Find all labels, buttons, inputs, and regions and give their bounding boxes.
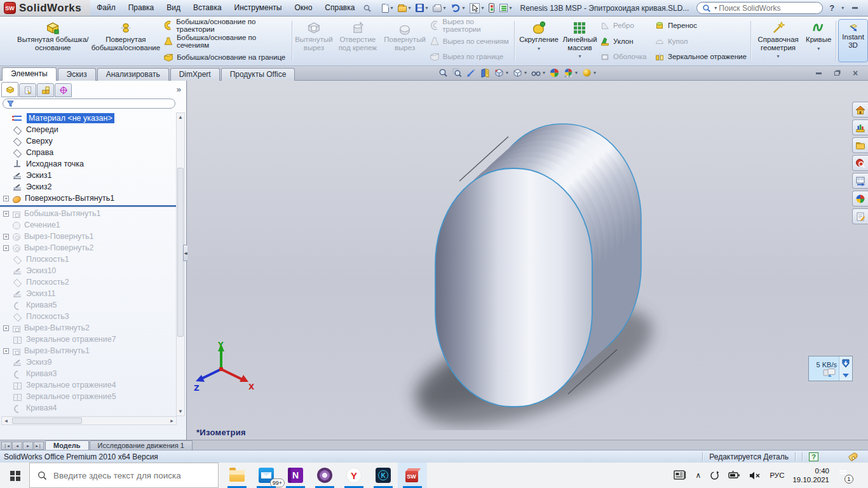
tree-vertical-scrollbar[interactable]: ▲ ▼: [176, 112, 185, 416]
tree-item-surface-extrude1[interactable]: +Поверхность-Вытянуть1: [0, 193, 177, 204]
draft-button[interactable]: Уклон: [599, 34, 653, 49]
doc-minimize-button[interactable]: [813, 68, 824, 78]
tree-item-sketch10[interactable]: Эскиз10: [0, 265, 177, 276]
taskbar-search[interactable]: [29, 463, 219, 488]
lofted-boss-button[interactable]: Бобышка/основание по сечениям: [162, 34, 290, 49]
tree-item-mirror4[interactable]: Зеркальное отражение4: [0, 379, 177, 391]
search-input[interactable]: [719, 4, 817, 13]
dropdown-icon[interactable]: ▾: [543, 70, 545, 76]
menu-help[interactable]: Справка: [318, 0, 361, 16]
tree-item-cut-extrude1[interactable]: +Вырез-Вытянуть1: [0, 345, 177, 356]
open-button[interactable]: ▾: [396, 2, 412, 15]
hole-wizard-button[interactable]: Отверстие под крепеж: [334, 18, 381, 64]
display-style-button[interactable]: ▾: [513, 68, 527, 78]
rebuild-button[interactable]: [487, 2, 496, 15]
panel-expand-icon[interactable]: »: [177, 85, 181, 94]
dropdown-icon[interactable]: ▾: [777, 53, 780, 61]
tab-sketch[interactable]: Эскиз: [58, 68, 96, 81]
file-explorer-app[interactable]: [222, 463, 252, 488]
instant3d-toggle[interactable]: Instant 3D: [838, 19, 868, 62]
file-explorer-tab[interactable]: [852, 137, 868, 153]
edit-appearance-button[interactable]: [550, 68, 559, 78]
tree-item-boss-extrude1[interactable]: +Бобышка-Вытянуть1: [0, 208, 177, 219]
tree-item-cut-revolve2[interactable]: +Вырез-Повернуть2: [0, 242, 177, 254]
tree-item-curve3[interactable]: Кривая3: [0, 368, 177, 379]
menu-tools[interactable]: Инструменты: [228, 0, 288, 16]
next-tab-button[interactable]: ▸: [23, 442, 33, 450]
zoom-to-fit-button[interactable]: [438, 68, 448, 78]
new-document-button[interactable]: ▾: [380, 2, 395, 15]
minimize-button[interactable]: [850, 3, 860, 13]
tree-item-front-plane[interactable]: Спереди: [0, 124, 177, 135]
tree-item-sketch2[interactable]: Эскиз2: [0, 181, 177, 193]
design-library-tab[interactable]: [852, 119, 868, 135]
dome-button[interactable]: Купол: [653, 34, 749, 49]
dropdown-icon[interactable]: ▾: [575, 70, 578, 76]
tab-features[interactable]: Элементы: [2, 67, 57, 81]
lofted-cut-button[interactable]: Вырез по сечениям: [428, 34, 512, 49]
options-button[interactable]: ▾: [498, 2, 513, 15]
mail-app[interactable]: 99+: [252, 463, 281, 488]
reference-geometry-button[interactable]: Справочная геометрия ▾: [753, 18, 803, 64]
scroll-right-icon[interactable]: ▸: [168, 417, 176, 424]
tree-item-sketch1[interactable]: Эскиз1: [0, 170, 177, 181]
help-button[interactable]: ?: [829, 3, 834, 13]
expand-icon[interactable]: +: [3, 234, 9, 240]
language-indicator[interactable]: РУС: [770, 471, 784, 479]
first-tab-button[interactable]: ❘◂: [1, 442, 11, 450]
boundary-boss-button[interactable]: Бобышка/основание на границе: [162, 50, 290, 64]
notification-center-button[interactable]: 1: [837, 468, 851, 482]
menu-file[interactable]: Файл: [90, 0, 122, 16]
apply-scene-button[interactable]: ▾: [564, 68, 578, 78]
menu-edit[interactable]: Правка: [122, 0, 161, 16]
undo-button[interactable]: ▾: [449, 2, 466, 15]
shell-button[interactable]: Оболочка: [599, 49, 653, 64]
tree-item-section1[interactable]: Сечение1: [0, 219, 177, 231]
section-view-button[interactable]: [480, 68, 490, 78]
restore-button[interactable]: [865, 3, 868, 13]
solidworks-app[interactable]: SW: [398, 463, 427, 488]
expand-icon[interactable]: +: [3, 211, 9, 217]
view-settings-button[interactable]: ▾: [582, 68, 596, 78]
custom-properties-tab[interactable]: [852, 208, 868, 224]
curves-button[interactable]: Кривые ▾: [803, 18, 834, 64]
graphics-viewport[interactable]: Y X Z *Изометрия 5 KB/s: [187, 81, 868, 440]
print-button[interactable]: ▾: [431, 2, 447, 15]
solidworks-resources-tab[interactable]: [852, 102, 868, 118]
boundary-cut-button[interactable]: Вырез по границе: [428, 50, 512, 65]
download-speed-widget[interactable]: 5 KB/s: [808, 356, 853, 381]
sync-tray-icon[interactable]: [709, 470, 720, 481]
property-manager-tab[interactable]: [19, 83, 36, 97]
dropdown-icon[interactable]: ▾: [524, 70, 527, 76]
expand-icon[interactable]: +: [3, 245, 9, 251]
dropdown-icon[interactable]: [842, 373, 850, 378]
model-tab[interactable]: Модель: [45, 440, 89, 450]
tree-item-sketch11[interactable]: Эскиз11: [0, 288, 177, 299]
rollback-bar[interactable]: [0, 205, 177, 207]
tree-item-mirror5[interactable]: Зеркальное отражение5: [0, 391, 177, 402]
menu-search-icon[interactable]: [361, 2, 374, 15]
tree-item-material[interactable]: Материал <не указан>: [0, 112, 177, 124]
extruded-cut-button[interactable]: Вытянутый вырез: [294, 18, 334, 64]
tor-browser-app[interactable]: [310, 463, 339, 488]
swept-cut-button[interactable]: Вырез по траектории: [428, 18, 512, 33]
scroll-down-icon[interactable]: ▼: [177, 407, 184, 416]
dropdown-icon[interactable]: ▾: [593, 70, 596, 76]
dropdown-icon[interactable]: ▾: [506, 70, 508, 76]
doc-close-button[interactable]: ×: [850, 68, 860, 78]
dropdown-icon[interactable]: ▾: [578, 53, 581, 61]
tree-item-plane2[interactable]: Плоскость2: [0, 276, 177, 288]
taskbar-search-input[interactable]: [53, 471, 210, 480]
tree-filter-box[interactable]: [3, 98, 175, 109]
onenote-app[interactable]: N: [281, 463, 310, 488]
previous-view-button[interactable]: [466, 68, 476, 78]
scroll-left-icon[interactable]: ◂: [2, 417, 10, 424]
last-tab-button[interactable]: ▸❘: [34, 442, 44, 450]
linear-pattern-button[interactable]: Линейный массив ▾: [561, 18, 599, 64]
tree-item-plane1[interactable]: Плоскость1: [0, 254, 177, 265]
volume-muted-icon[interactable]: [749, 471, 761, 480]
fillet-button[interactable]: Скругление ▾: [517, 18, 561, 64]
tree-item-curve4[interactable]: Кривая4: [0, 402, 177, 414]
scrollbar-thumb[interactable]: [12, 417, 82, 424]
battery-icon[interactable]: [728, 471, 741, 480]
